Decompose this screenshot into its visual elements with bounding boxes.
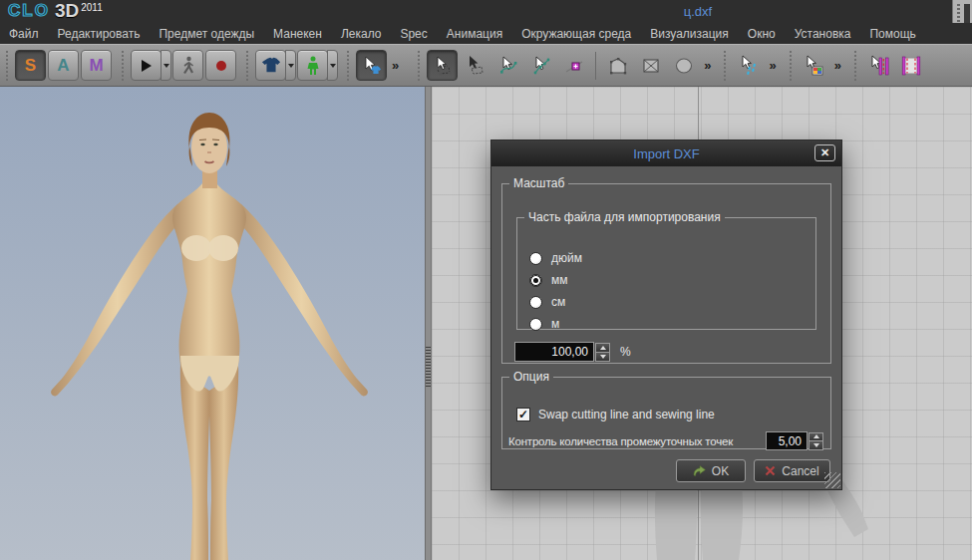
menu-settings[interactable]: Установка [795, 27, 851, 41]
edit-curve-tool[interactable] [492, 50, 523, 81]
points-label: Контроль количества промежуточных точек [508, 435, 766, 447]
menu-file[interactable]: Файл [9, 27, 39, 41]
toolbar-grip[interactable] [723, 51, 728, 81]
mode-s-button[interactable]: S [15, 50, 46, 81]
arrow-up-icon [600, 346, 606, 350]
menu-animation[interactable]: Анимация [447, 27, 502, 41]
menu-spec[interactable]: Spec [400, 27, 427, 41]
toolbar-grip[interactable] [417, 51, 422, 81]
toolbar-grip[interactable] [789, 51, 794, 81]
show-garment-button[interactable] [255, 50, 286, 81]
play-dropdown-button[interactable] [161, 50, 171, 81]
select-box-icon [433, 56, 453, 76]
spin-down-button[interactable] [809, 440, 823, 450]
free-sew-tool[interactable] [896, 50, 927, 81]
segment-sew-icon [866, 54, 890, 78]
radio-button[interactable] [529, 318, 542, 331]
arrow-down-icon [813, 443, 819, 447]
sewing-tools-group [848, 45, 931, 86]
record-button[interactable] [205, 50, 236, 81]
option-groupbox: Опция Swap cutting line and sewing line … [501, 370, 831, 449]
pattern-tools-group: » [412, 45, 718, 86]
dropdown-icon [288, 64, 294, 68]
toolbar-grip[interactable] [853, 51, 858, 81]
dialog-button-row: OK Cancel [491, 459, 841, 482]
points-row: Контроль количества промежуточных точек [508, 431, 823, 450]
menu-render[interactable]: Визуализация [650, 27, 729, 41]
avatar-bra-left [181, 235, 211, 261]
title-bar: CLO 3D 2011 ц.dxf [0, 0, 972, 23]
mode-a-button[interactable]: A [48, 50, 79, 81]
radio-button[interactable] [529, 274, 542, 287]
radio-mm[interactable]: мм [529, 272, 568, 288]
rectangle-tool[interactable] [635, 50, 666, 81]
menu-environment[interactable]: Окружающая среда [521, 27, 631, 41]
select-garment-button[interactable] [356, 50, 387, 81]
spin-down-button[interactable] [595, 352, 610, 362]
texture-select-tool[interactable] [799, 50, 829, 81]
show-avatar-button[interactable] [297, 50, 328, 81]
menu-edit[interactable]: Редактировать [58, 27, 141, 41]
menu-avatar[interactable]: Манекен [273, 27, 322, 41]
garment-icon [261, 57, 281, 75]
toolbar-separator [595, 52, 596, 80]
garment-dropdown-button[interactable] [285, 50, 296, 81]
texture-select-icon [803, 55, 824, 77]
swap-checkbox-row[interactable]: Swap cutting line and sewing line [516, 408, 715, 421]
avatar-bra-right [208, 235, 238, 261]
import-dxf-dialog: Import DXF ✕ Масштаб Часть файла для имп… [490, 140, 842, 490]
edit-point-tool[interactable] [525, 50, 556, 81]
menu-pattern[interactable]: Лекало [341, 27, 382, 41]
radio-mm-label: мм [551, 273, 568, 287]
menu-bar: Файл Редактировать Предмет одежды Манеке… [0, 23, 972, 44]
dialog-resize-grip[interactable] [824, 472, 840, 488]
overflow-chevron[interactable]: » [392, 58, 399, 73]
scale-spinner-row: % [514, 342, 631, 362]
main-toolbar: S A M [0, 44, 972, 87]
percent-label: % [620, 345, 631, 359]
cancel-button[interactable]: Cancel [754, 459, 830, 482]
select-box-tool[interactable] [427, 50, 458, 81]
close-icon[interactable]: ✕ [814, 144, 835, 161]
ellipse-tool[interactable] [668, 50, 699, 81]
ok-button-label: OK [712, 464, 729, 478]
play-button[interactable] [131, 50, 162, 81]
dialog-title-bar[interactable]: Import DXF ✕ [491, 140, 841, 166]
mode-m-button[interactable]: M [81, 50, 112, 81]
clo3d-window: CLO 3D 2011 ц.dxf Файл Редактировать Пре… [0, 0, 972, 560]
walk-button[interactable] [172, 50, 203, 81]
scale-groupbox: Масштаб Часть файла для импортирования д… [501, 176, 831, 364]
menu-garment[interactable]: Предмет одежды [159, 27, 254, 41]
swap-checkbox-box[interactable] [516, 408, 530, 421]
radio-inch[interactable]: дюйм [529, 250, 582, 266]
sewing-select-tool[interactable] [733, 50, 764, 81]
select-garment-icon [362, 56, 382, 76]
add-point-tool[interactable] [558, 50, 589, 81]
select-lasso-tool[interactable] [460, 50, 490, 81]
radio-m[interactable]: м [529, 316, 559, 332]
radio-button[interactable] [529, 296, 542, 309]
select-lasso-icon [466, 56, 486, 76]
viewport-3d[interactable] [0, 87, 425, 560]
record-icon [214, 59, 228, 73]
scale-value-input[interactable] [514, 342, 594, 362]
overflow-chevron[interactable]: » [834, 58, 841, 73]
view-splitter[interactable] [425, 87, 432, 560]
toolbar-grip[interactable] [346, 51, 351, 81]
avatar-dropdown-button[interactable] [327, 50, 338, 81]
overflow-chevron[interactable]: » [769, 58, 776, 73]
toolbar-grip[interactable] [121, 51, 126, 81]
polygon-tool[interactable] [602, 50, 633, 81]
toolbar-grip[interactable] [5, 51, 10, 81]
menu-window[interactable]: Окно [748, 27, 776, 41]
ok-button[interactable]: OK [676, 459, 746, 482]
overflow-chevron[interactable]: » [704, 58, 711, 73]
radio-button[interactable] [529, 252, 542, 265]
menu-help[interactable]: Помощь [869, 27, 915, 41]
swap-checkbox-label: Swap cutting line and sewing line [538, 408, 715, 421]
play-icon [139, 58, 155, 74]
points-value-input[interactable] [766, 431, 808, 450]
radio-cm[interactable]: см [529, 294, 565, 310]
toolbar-grip[interactable] [245, 51, 250, 81]
segment-sew-tool[interactable] [863, 50, 894, 81]
